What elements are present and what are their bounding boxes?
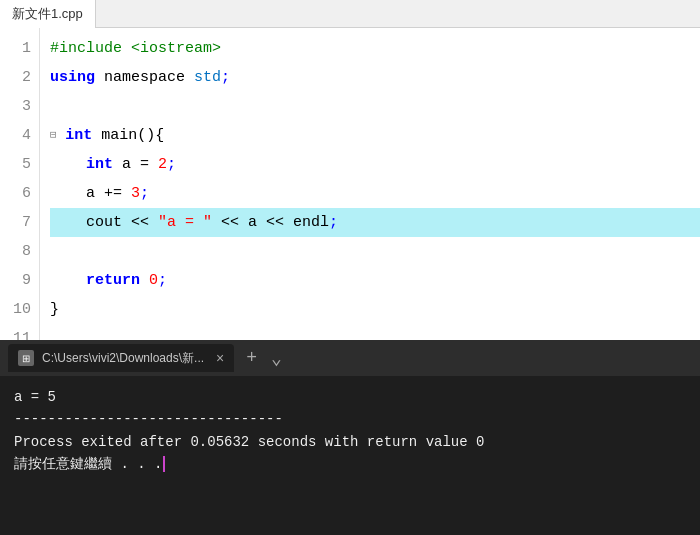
editor-tab[interactable]: 新文件1.cpp (0, 0, 96, 28)
tab-filename: 新文件1.cpp (12, 5, 83, 23)
code-line: a += 3; (50, 179, 700, 208)
code-line (50, 92, 700, 121)
terminal-output-line: -------------------------------- (14, 408, 686, 430)
code-line: return 0; (50, 266, 700, 295)
terminal-output-line: a = 5 (14, 386, 686, 408)
terminal-close-button[interactable]: × (216, 350, 224, 366)
code-line: } (50, 295, 700, 324)
terminal-add-button[interactable]: + (242, 348, 261, 368)
code-lines[interactable]: #include <iostream>using namespace std;⊟… (40, 28, 700, 340)
terminal-tab[interactable]: ⊞ C:\Users\vivi2\Downloads\新... × (8, 344, 234, 372)
code-line: #include <iostream> (50, 34, 700, 63)
code-line: ⊟ int main(){ (50, 121, 700, 150)
terminal-chevron-button[interactable]: ⌄ (267, 347, 286, 369)
code-area: 1234567891011 #include <iostream>using n… (0, 28, 700, 340)
code-line: int a = 2; (50, 150, 700, 179)
terminal-cursor-line: 請按任意鍵繼續 . . . (14, 453, 686, 475)
terminal-tab-label: C:\Users\vivi2\Downloads\新... (42, 350, 204, 367)
terminal-icon: ⊞ (18, 350, 34, 366)
code-line: cout << "a = " << a << endl; (50, 208, 700, 237)
code-line (50, 237, 700, 266)
terminal-tab-bar: ⊞ C:\Users\vivi2\Downloads\新... × + ⌄ (0, 340, 700, 376)
editor-tab-bar: 新文件1.cpp (0, 0, 700, 28)
terminal-actions: + ⌄ (242, 347, 286, 369)
terminal-panel: ⊞ C:\Users\vivi2\Downloads\新... × + ⌄ a … (0, 340, 700, 535)
terminal-content: a = 5--------------------------------Pro… (0, 376, 700, 535)
editor-panel: 新文件1.cpp 1234567891011 #include <iostrea… (0, 0, 700, 340)
code-line: using namespace std; (50, 63, 700, 92)
terminal-output-line: Process exited after 0.05632 seconds wit… (14, 431, 686, 453)
code-line (50, 324, 700, 340)
line-numbers: 1234567891011 (0, 28, 40, 340)
text-cursor (163, 456, 165, 472)
